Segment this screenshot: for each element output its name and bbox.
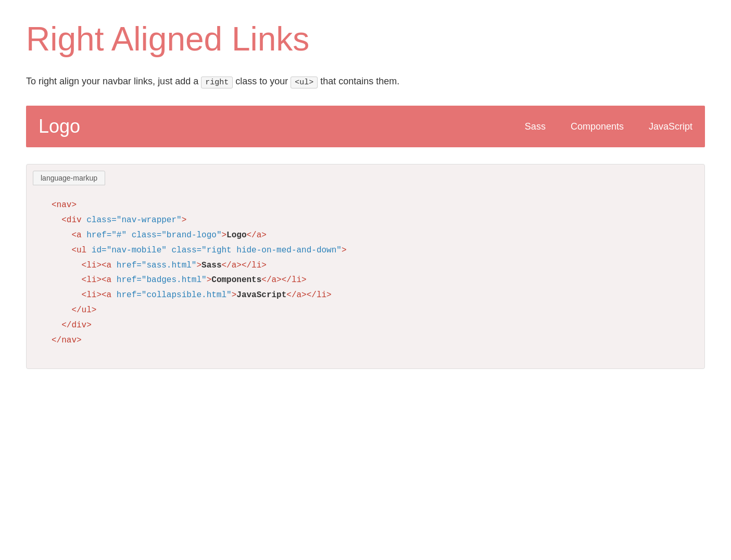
code-container: language-markup <nav> <div class="nav-wr… [26, 164, 705, 369]
code-inline-right: right [201, 77, 233, 88]
nav-link-components[interactable]: Components [571, 121, 624, 132]
navbar-brand[interactable]: Logo [39, 116, 80, 137]
nav-link-sass[interactable]: Sass [525, 121, 546, 132]
description: To right align your navbar links, just a… [26, 74, 705, 89]
nav-item-components[interactable]: Components [571, 121, 624, 132]
code-block: <nav> <div class="nav-wrapper"> <a href=… [27, 185, 704, 368]
page-title: Right Aligned Links [26, 21, 705, 57]
nav-link-javascript[interactable]: JavaScript [649, 121, 692, 132]
demo-navbar: Logo Sass Components JavaScript [26, 106, 705, 147]
description-text-3: that contains them. [318, 76, 399, 86]
description-text-1: To right align your navbar links, just a… [26, 76, 201, 86]
navbar-links: Sass Components JavaScript [525, 121, 692, 132]
nav-item-sass[interactable]: Sass [525, 121, 546, 132]
code-label: language-markup [33, 171, 105, 185]
description-text-2: class to your [233, 76, 291, 86]
code-inline-ul: <ul> [291, 77, 318, 88]
nav-item-javascript[interactable]: JavaScript [649, 121, 692, 132]
